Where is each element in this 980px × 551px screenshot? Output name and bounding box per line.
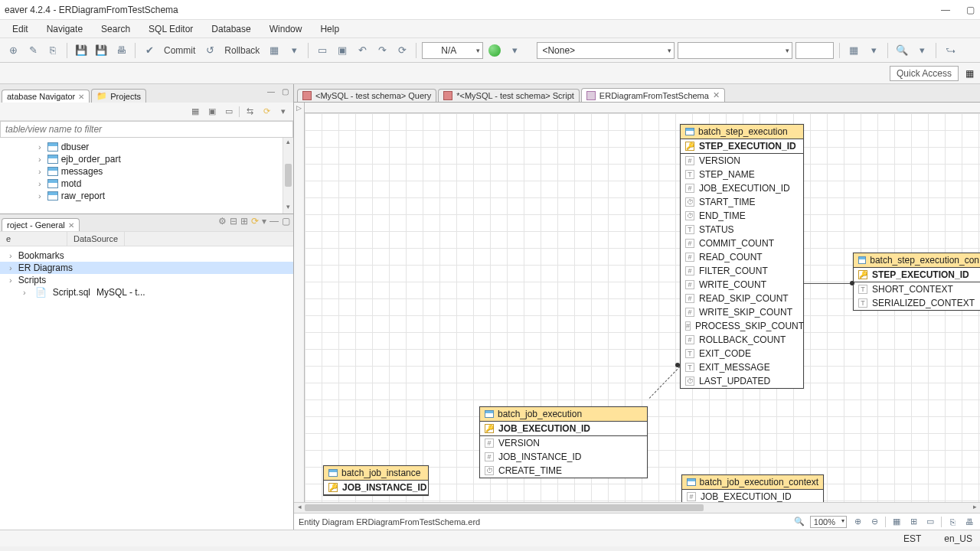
entity-batch-step-execution-context[interactable]: batch_step_execution_con 🔑STEP_EXECUTION… [853,253,980,311]
maximize-icon[interactable]: ▢ [965,5,975,15]
collapse-icon[interactable]: ⊟ [230,216,237,227]
new-connection-icon[interactable]: ⊕ [5,42,21,59]
search-icon[interactable]: 🔍 [893,42,910,59]
search-dropdown-icon[interactable]: ▾ [913,42,930,59]
tab-query[interactable]: <MySQL - test schema> Query [297,89,436,102]
tool-a-dropdown-icon[interactable]: ▾ [865,42,882,59]
entity-batch-step-execution[interactable]: batch_step_execution 🔑STEP_EXECUTION_ID … [680,124,804,389]
zoom-in-icon[interactable]: ⊕ [851,516,864,528]
catalog-input[interactable] [795,42,834,59]
link-editor-icon[interactable]: ⇆ [243,105,256,119]
column-datasource[interactable]: DataSource [67,232,125,246]
vertical-scrollbar[interactable]: ▴ ▾ [283,138,293,214]
ruler-horizontal[interactable] [305,103,980,113]
notes-icon[interactable]: ▭ [924,516,936,528]
redo-icon[interactable]: ↷ [374,42,390,59]
menu-edit[interactable]: Edit [5,22,36,36]
filter-input[interactable] [0,121,293,138]
keyboard-layout: EST [903,533,921,544]
erd-canvas[interactable]: batch_step_execution 🔑STEP_EXECUTION_ID … [305,113,980,502]
refresh-icon[interactable]: ⟳ [394,42,410,59]
nav-tool-icon[interactable]: ▣ [205,105,219,119]
refresh-icon[interactable]: ⟳ [260,105,273,119]
col-icon: T [858,298,867,308]
erd-icon [586,91,596,100]
menu-sql-editor[interactable]: SQL Editor [141,22,201,36]
menu-window[interactable]: Window [262,22,310,36]
commit-icon[interactable]: ✔ [141,42,158,59]
minimize-icon[interactable]: — [940,5,951,15]
perspective-icon[interactable]: ▦ [963,67,975,80]
relation-endpoint [850,281,854,285]
close-icon[interactable]: ✕ [68,221,74,230]
col-icon: ⏱ [685,211,694,220]
export-icon[interactable]: ⎘ [946,516,959,528]
zoom-icon[interactable]: 🔍 [793,516,805,528]
status-text: Entity Diagram ERDiagramFromTestSchema.e… [299,517,480,527]
open-icon[interactable]: ⎘ [44,42,61,59]
save-all-icon[interactable]: 💾 [93,42,109,59]
col-icon: # [685,239,694,248]
menu-database[interactable]: Database [204,22,258,36]
save-icon[interactable]: 💾 [73,42,90,59]
col-icon: # [485,452,494,461]
tab-database-navigator[interactable]: atabase Navigator ✕ [2,90,90,103]
run-icon[interactable]: ▭ [314,42,331,59]
tree-item: messages [0,165,293,178]
nav-tool-icon[interactable]: ▦ [188,105,202,119]
run-script-icon[interactable]: ▣ [334,42,351,59]
tx-dropdown-icon[interactable]: ▾ [286,42,302,59]
menu-help[interactable]: Help [312,22,347,36]
close-icon[interactable]: ✕ [713,90,720,100]
project-tree[interactable]: Bookmarks ER Diagrams Scripts 📄 Script.s… [0,246,293,530]
isolation-dropdown[interactable]: N/A [422,42,483,59]
link-icon[interactable]: ⟳ [251,216,259,227]
maximize-view-icon[interactable]: ▢ [279,86,290,96]
schema-dropdown[interactable] [678,42,792,59]
horizontal-scrollbar[interactable]: ◂ ▸ [294,502,980,513]
print-icon[interactable]: 🖶 [113,42,129,59]
close-icon[interactable]: ✕ [78,93,84,101]
undo-icon[interactable]: ↶ [354,42,371,59]
grid-icon[interactable]: ⊞ [907,516,920,528]
tool-a-icon[interactable]: ▦ [845,42,862,59]
new-sql-icon[interactable]: ✎ [24,42,41,59]
zoom-out-icon[interactable]: ⊖ [868,516,880,528]
gear-icon[interactable]: ⚙ [218,216,227,227]
connect-dropdown-icon[interactable]: ▾ [506,42,523,59]
entity-batch-job-instance[interactable]: batch_job_instance 🔑JOB_INSTANCE_ID [323,465,429,496]
commit-label[interactable]: Commit [161,44,198,57]
tab-script[interactable]: *<MySQL - test schema> Script [438,89,580,102]
project-item-scripts: Scripts [0,274,293,286]
separator [839,43,840,58]
entity-batch-job-execution[interactable]: batch_job_execution 🔑JOB_EXECUTION_ID #V… [479,406,648,478]
layout-icon[interactable]: ▦ [890,516,903,528]
minimize-view-icon[interactable]: — [266,86,276,96]
navigator-tree[interactable]: dbuser ejb_order_part messages motd raw_… [0,138,293,214]
print-icon[interactable]: 🖶 [963,516,975,528]
rollback-icon[interactable]: ↺ [201,42,218,59]
tab-projects[interactable]: 📁 Projects [91,89,146,103]
menu-navigate[interactable]: Navigate [39,22,90,36]
menu-icon[interactable]: ▾ [262,216,266,227]
rollback-label[interactable]: Rollback [221,44,263,57]
minimize-view-icon[interactable]: — [270,216,279,227]
link-icon[interactable]: ⮑ [942,42,959,59]
quick-access-button[interactable]: Quick Access [890,66,959,81]
folder-icon: 📁 [96,91,107,101]
ruler-vertical[interactable]: ▷ [294,103,305,502]
expand-icon[interactable]: ⊞ [240,216,248,227]
connection-dropdown[interactable]: <None> [537,42,675,59]
menu-search[interactable]: Search [93,22,138,36]
tab-erd[interactable]: ERDiagramFromTestSchema ✕ [581,88,725,102]
connect-icon[interactable] [486,42,503,59]
entity-batch-job-execution-context[interactable]: batch_job_execution_context #JOB_EXECUTI… [681,474,824,502]
zoom-dropdown[interactable]: 100% [810,516,847,528]
tx-icon[interactable]: ▦ [266,42,283,59]
relation-line [804,283,853,284]
tab-project-general[interactable]: roject - General ✕ [2,218,80,231]
maximize-view-icon[interactable]: ▢ [282,216,290,227]
menu-dropdown-icon[interactable]: ▾ [276,105,290,119]
nav-tool-icon[interactable]: ▭ [222,105,236,119]
column-name[interactable]: e [0,232,67,246]
